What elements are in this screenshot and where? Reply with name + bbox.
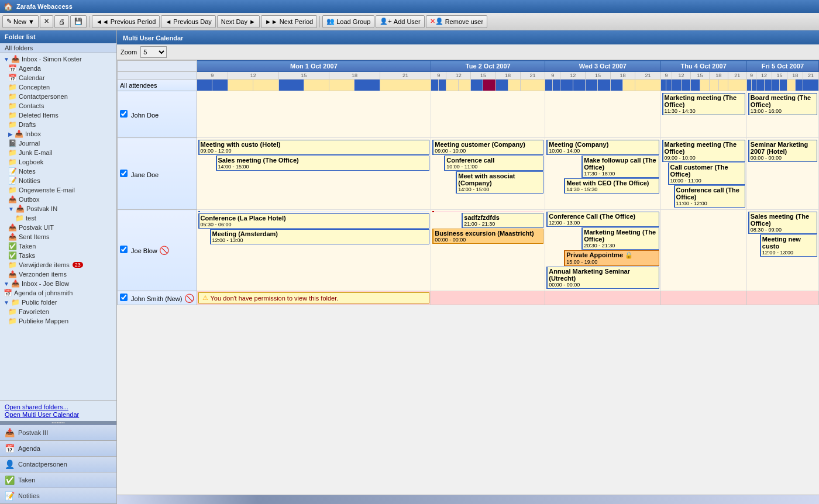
all-folders-label[interactable]: All folders (0, 43, 116, 53)
expand-icon: ▼ (4, 281, 9, 287)
sidebar-item-postvak-uit[interactable]: 📤 Postvak UIT (1, 223, 115, 232)
sidebar-item-tasks[interactable]: ✅ Tasks (1, 251, 115, 260)
folder-icon: 📥 (11, 279, 20, 288)
sidebar-item-verzonden[interactable]: 📤 Verzonden items (1, 270, 115, 279)
prev-day-button[interactable]: ◄ Previous Day (161, 15, 215, 28)
sidebar-item-verwijderde[interactable]: 📁 Verwijderde items 23 (1, 260, 115, 270)
event-meeting-cust-mon[interactable]: Meeting with custo (Hotel)09:00 - 12:00 (198, 140, 430, 155)
time-18-mon: 18 (329, 72, 380, 80)
sidebar-item-taken[interactable]: ✅ Taken (1, 241, 115, 251)
event-conf-call-thu[interactable]: Conference call (The Office)11:00 - 12:0… (674, 185, 745, 208)
joe-blow-wed: Conference Call (The Office)12:00 - 13:0… (545, 210, 660, 291)
event-meet-customer-tue[interactable]: Meeting customer (Company)09:00 - 10:00 (432, 140, 543, 155)
remove-user-button[interactable]: ✕👤 Remove user (426, 15, 487, 28)
sidebar-item-calendar[interactable]: 📅 Calendar (1, 73, 115, 82)
event-sales-meeting-mon[interactable]: Sales meeting (The Office)14:00 - 15:00 (216, 156, 430, 171)
next-day-button[interactable]: Next Day ► (217, 15, 260, 28)
jane-doe-checkbox[interactable] (120, 170, 128, 177)
sidebar-item-notes[interactable]: 📝 Notes (1, 167, 115, 176)
event-sadfz-tue[interactable]: sadfzfzdfds21:00 - 21:30 (462, 213, 543, 228)
event-meet-assoc-tue[interactable]: Meet with associat (Company)14:00 - 15:0… (456, 171, 543, 194)
delete-button[interactable]: ✕ (40, 15, 53, 28)
prev-period-button[interactable]: ◄◄ Previous Period (92, 15, 160, 28)
event-mkt-meeting-wed[interactable]: Marketing Meeting (The Office)20:30 - 21… (581, 227, 659, 250)
sidebar-item-public[interactable]: ▼ 📁 Public folder (1, 298, 115, 307)
john-doe-wed (545, 91, 660, 138)
sidebar-item-label: Calendar (19, 74, 45, 81)
folder-icon: ✅ (8, 251, 17, 260)
sidebar-item-logboek[interactable]: 📁 Logboek (1, 157, 115, 167)
sidebar-item-inbox2[interactable]: ▶ 📥 Inbox (1, 129, 115, 139)
event-private-wed[interactable]: Private Appointme 🔒15:00 - 19:00 (564, 250, 659, 266)
event-conference-mon[interactable]: Conference (La Place Hotel)05:30 - 06:00 (198, 213, 430, 229)
quick-item-contactpersonen[interactable]: 👤 Contactpersonen (0, 457, 116, 472)
sidebar-item-journal[interactable]: 📓 Journal (1, 139, 115, 148)
event-business-excursion-tue[interactable]: Business excursion (Maastricht)00:00 - 0… (432, 229, 543, 244)
sidebar-item-agenda-john[interactable]: 📅 Agenda of johnsmith (1, 288, 115, 298)
sidebar-item-test[interactable]: 📁 test (1, 213, 115, 223)
john-doe-checkbox[interactable] (120, 110, 128, 118)
quick-item-taken[interactable]: ✅ Taken (0, 472, 116, 488)
print-button[interactable]: 🖨 (54, 15, 69, 28)
sidebar-item-ongewenste[interactable]: 📁 Ongewenste E-mail (1, 185, 115, 195)
event-call-customer-thu[interactable]: Call customer (The Office)10:00 - 11:00 (668, 163, 745, 185)
event-mkt-meeting-thu2[interactable]: Marketing meeting (The Office)09:00 - 10… (662, 140, 745, 162)
sidebar-item-sent[interactable]: 📤 Sent Items (1, 232, 115, 241)
sidebar-item-label: Notities (19, 177, 40, 184)
zoom-select[interactable]: 1234 567 8910 (140, 46, 167, 58)
open-multi-link[interactable]: Open Multi User Calendar (5, 411, 112, 418)
folder-icon: 📁 (8, 186, 17, 194)
sidebar-item-label: Favorieten (19, 308, 49, 315)
sidebar-item-agenda[interactable]: 📅 Agenda (1, 64, 115, 73)
event-conf-call-wed[interactable]: Conference Call (The Office)12:00 - 13:0… (546, 212, 659, 227)
sidebar-item-junk[interactable]: 📁 Junk E-mail (1, 148, 115, 157)
sidebar-item-drafts[interactable]: 📁 Drafts (1, 120, 115, 129)
event-board-meeting-fri[interactable]: Board meeting (The Office)13:00 - 16:00 (748, 93, 817, 115)
event-meeting-company-wed[interactable]: Meeting (Company)10:00 - 14:00 (546, 140, 659, 155)
quick-item-agenda[interactable]: 📅 Agenda (0, 441, 116, 457)
joe-blow-checkbox[interactable] (120, 246, 128, 253)
sidebar-item-concepten[interactable]: 📁 Concepten (1, 82, 115, 92)
event-meet-ceo-wed[interactable]: Meet with CEO (The Office)14:30 - 15:30 (564, 178, 659, 194)
jane-doe-fri: Seminar Marketing 2007 (Hotel)00:00 - 00… (746, 138, 818, 210)
sidebar-item-contactpersonen[interactable]: 📁 Contactpersonen (1, 92, 115, 101)
load-group-button[interactable]: 👥 Load Group (322, 15, 374, 28)
event-annual-seminar-wed[interactable]: Annual Marketing Seminar (Utrecht)00:00 … (546, 267, 659, 289)
sidebar-item-inbox-joe[interactable]: ▼ 📥 Inbox - Joe Blow (1, 279, 115, 288)
quick-item-notities[interactable]: 📝 Notities (0, 488, 116, 504)
john-doe-label: John Doe (118, 91, 197, 138)
event-conf-call-tue[interactable]: Conference call10:00 - 11:00 (444, 156, 543, 171)
sidebar-item-postvak-in[interactable]: ▼ 📥 Postvak IN (1, 204, 115, 213)
sidebar-item-inbox-simon[interactable]: ▼ 📥 Inbox - Simon Koster (1, 54, 115, 64)
folder-tree: ▼ 📥 Inbox - Simon Koster 📅 Agenda 📅 Cale… (0, 53, 116, 400)
event-followup-wed[interactable]: Make followup call (The Office)17:30 - 1… (581, 156, 659, 178)
sidebar-item-outbox[interactable]: 📤 Outbox (1, 195, 115, 204)
day-header-tue: Tue 2 Oct 2007 (431, 61, 545, 72)
quick-item-label: Agenda (18, 445, 40, 452)
event-marketing-meeting-thu[interactable]: Marketing meeting (The Office)11:30 - 14… (662, 93, 745, 115)
john-smith-checkbox[interactable] (120, 294, 128, 301)
next-period-button[interactable]: ►► Next Period (261, 15, 317, 28)
sidebar-item-contacts[interactable]: 📁 Contacts (1, 101, 115, 111)
quick-item-postvak3[interactable]: 📥 Postvak III (0, 425, 116, 441)
new-button[interactable]: ✎ New ▼ (2, 15, 39, 28)
event-meeting-amsterdam-mon[interactable]: Meeting (Amsterdam)12:00 - 13:00 (210, 229, 430, 244)
sidebar-item-publieke[interactable]: 📁 Publieke Mappen (1, 316, 115, 326)
calendar-grid-container[interactable]: Mon 1 Oct 2007 Tue 2 Oct 2007 Wed 3 Oct … (117, 60, 819, 495)
event-sales-meeting-fri[interactable]: Sales meeting (The Office)08:30 - 09:00 (748, 212, 817, 234)
add-user-button[interactable]: 👤+ Add User (376, 15, 424, 28)
event-meeting-new-fri[interactable]: Meeting new custo12:00 - 13:00 (760, 234, 817, 257)
open-shared-link[interactable]: Open shared folders... (5, 403, 112, 410)
sidebar-item-label: test (26, 215, 36, 222)
scrollbar-thumb[interactable] (117, 495, 819, 504)
horizontal-scrollbar[interactable] (117, 495, 819, 504)
busy-mon-1 (197, 80, 212, 91)
sidebar-item-deleted[interactable]: 📁 Deleted Items (1, 111, 115, 120)
sidebar-item-label: Postvak IN (26, 205, 57, 212)
sidebar-item-favorieten[interactable]: 📁 Favorieten (1, 307, 115, 316)
john-doe-tue (431, 91, 545, 138)
sidebar-item-notities[interactable]: 📝 Notities (1, 176, 115, 185)
event-seminar-fri[interactable]: Seminar Marketing 2007 (Hotel)00:00 - 00… (748, 140, 817, 162)
save-button[interactable]: 💾 (70, 15, 87, 28)
sidebar-title: Folder list (5, 33, 36, 40)
